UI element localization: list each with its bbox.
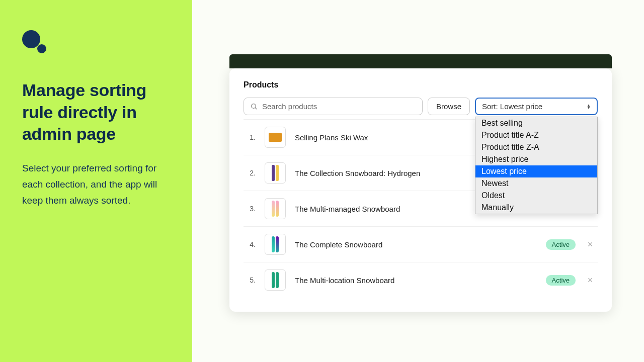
table-row: 4. The Complete Snowboard Active × — [244, 226, 598, 262]
select-caret-icon: ▲▼ — [587, 104, 591, 109]
row-number: 5. — [246, 276, 256, 284]
logo-icon — [22, 30, 47, 55]
status-badge: Active — [546, 239, 576, 250]
svg-line-1 — [255, 108, 257, 109]
page: Manage sorting rule directly in admin pa… — [0, 0, 644, 362]
table-row: 5. The Multi-location Snowboard Active × — [244, 262, 598, 298]
sort-wrapper: Sort: Lowest price ▲▼ Best selling Produ… — [475, 98, 598, 115]
headline: Manage sorting rule directly in admin pa… — [22, 79, 170, 145]
subtext: Select your preferred sorting for each c… — [22, 160, 170, 209]
search-placeholder: Search products — [262, 102, 317, 111]
screenshot-area: Products Search products Browse Sort: Lo… — [192, 0, 644, 362]
sort-option-best-selling[interactable]: Best selling — [475, 117, 597, 129]
search-icon — [250, 103, 258, 111]
controls-row: Search products Browse Sort: Lowest pric… — [244, 98, 598, 115]
row-number: 4. — [246, 240, 256, 248]
search-input[interactable]: Search products — [244, 98, 423, 115]
sort-current-label: Sort: Lowest price — [482, 102, 542, 111]
sort-select[interactable]: Sort: Lowest price ▲▼ — [475, 98, 598, 115]
status-badge: Active — [546, 275, 576, 286]
sort-dropdown: Best selling Product title A-Z Product t… — [475, 117, 598, 214]
svg-point-0 — [252, 104, 256, 108]
remove-button[interactable]: × — [585, 275, 596, 286]
product-thumbnail — [265, 162, 286, 184]
product-thumbnail — [265, 269, 286, 291]
product-thumbnail — [265, 234, 286, 255]
product-name: The Complete Snowboard — [295, 240, 537, 249]
row-number: 2. — [246, 169, 256, 177]
products-card: Products Search products Browse Sort: Lo… — [229, 68, 612, 312]
sort-option-title-za[interactable]: Product title Z-A — [475, 141, 597, 153]
row-number: 1. — [246, 133, 256, 141]
window-topbar — [229, 54, 612, 68]
sort-option-highest-price[interactable]: Highest price — [475, 153, 597, 165]
product-thumbnail — [265, 127, 286, 148]
marketing-sidebar: Manage sorting rule directly in admin pa… — [0, 0, 192, 362]
product-name: The Multi-location Snowboard — [295, 276, 537, 285]
remove-button[interactable]: × — [585, 239, 596, 250]
row-number: 3. — [246, 205, 256, 213]
sort-option-title-az[interactable]: Product title A-Z — [475, 129, 597, 141]
product-thumbnail — [265, 198, 286, 219]
sort-option-newest[interactable]: Newest — [475, 177, 597, 190]
sort-option-lowest-price[interactable]: Lowest price — [475, 165, 597, 177]
browse-button[interactable]: Browse — [428, 98, 470, 115]
sort-option-manually[interactable]: Manually — [475, 202, 597, 214]
card-title: Products — [244, 80, 598, 89]
sort-option-oldest[interactable]: Oldest — [475, 190, 597, 202]
